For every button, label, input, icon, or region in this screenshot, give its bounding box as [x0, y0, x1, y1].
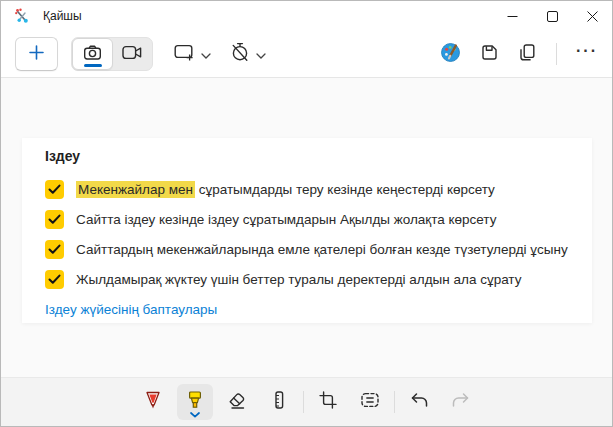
copy-button[interactable] — [518, 43, 537, 66]
editing-toolbar — [1, 377, 612, 426]
crop-icon — [318, 390, 338, 414]
crop-tool-button[interactable] — [310, 384, 346, 420]
screenshot-checkbox-row: Мекенжайлар мен сұратымдарды теру кезінд… — [45, 174, 592, 204]
video-camera-icon — [122, 45, 143, 64]
toolbar-divider — [556, 43, 557, 65]
checkbox-label: Сайтта іздеу кезінде іздеу сұратымдарын … — [76, 212, 496, 227]
minimize-button[interactable] — [492, 1, 532, 31]
screenshot-checkbox-row: Жылдамырақ жүктеу үшін беттер туралы дер… — [45, 264, 592, 294]
record-mode-button[interactable] — [113, 38, 152, 70]
capture-mode-toggle — [71, 37, 153, 71]
text-scan-icon — [360, 391, 380, 413]
highlighter-mark: Мекенжайлар мен — [76, 181, 195, 198]
text-actions-button[interactable] — [352, 384, 388, 420]
screenshot-mode-button[interactable] — [72, 38, 113, 70]
checkbox-label: Сайттардың мекенжайларында емле қателері… — [76, 242, 568, 257]
captured-screenshot-image[interactable]: Іздеу Мекенжайлар мен сұратымдарды теру … — [22, 138, 592, 323]
editing-canvas[interactable]: Іздеу Мекенжайлар мен сұратымдарды теру … — [1, 78, 612, 377]
titlebar: Қайшы — [1, 1, 612, 31]
screenshot-checkbox-row: Сайтта іздеу кезінде іздеу сұратымдарын … — [45, 204, 592, 234]
new-snip-button[interactable] — [15, 37, 58, 71]
close-button[interactable] — [572, 1, 612, 31]
checkbox-label: Жылдамырақ жүктеу үшін беттер туралы дер… — [76, 272, 521, 287]
yellow-highlighter-icon — [185, 390, 205, 414]
camera-icon — [83, 44, 102, 65]
window-controls — [492, 1, 612, 31]
highlighter-tool-button[interactable] — [177, 384, 213, 420]
pen-tool-button[interactable] — [135, 384, 171, 420]
edit-in-paint-button[interactable] — [440, 42, 461, 67]
more-options-button[interactable]: ··· — [576, 46, 598, 62]
undo-button[interactable] — [401, 384, 437, 420]
checkbox-checked-icon — [45, 180, 64, 199]
app-icon — [14, 8, 31, 25]
undo-arrow-icon — [409, 391, 429, 413]
timer-off-icon — [230, 42, 250, 66]
chevron-down-icon — [190, 412, 200, 418]
top-toolbar: ··· — [1, 31, 612, 78]
screenshot-settings-link: Іздеу жүйесінің баптаулары — [45, 302, 592, 317]
plus-icon — [29, 45, 44, 64]
window-title: Қайшы — [43, 9, 82, 23]
checkbox-checked-icon — [45, 240, 64, 259]
screenshot-heading: Іздеу — [45, 148, 592, 164]
screenshot-checkbox-row: Сайттардың мекенжайларында емле қателері… — [45, 234, 592, 264]
snipping-tool-window: Қайшы — [0, 0, 613, 427]
chevron-down-icon — [256, 45, 266, 63]
redo-arrow-icon — [451, 391, 471, 413]
maximize-button[interactable] — [532, 1, 572, 31]
checkbox-label: Мекенжайлар мен сұратымдарды теру кезінд… — [76, 182, 495, 197]
toolbar-divider — [303, 391, 304, 413]
toolbar-divider — [394, 391, 395, 413]
checkbox-checked-icon — [45, 270, 64, 289]
red-pen-icon — [143, 390, 163, 414]
rectangle-snip-icon — [174, 43, 195, 66]
save-button[interactable] — [480, 43, 499, 66]
redo-button[interactable] — [443, 384, 479, 420]
ruler-icon — [269, 390, 289, 414]
eraser-icon — [226, 390, 247, 414]
ruler-tool-button[interactable] — [261, 384, 297, 420]
eraser-tool-button[interactable] — [219, 384, 255, 420]
selected-mode-indicator — [84, 64, 102, 67]
delay-dropdown[interactable] — [230, 42, 266, 66]
chevron-down-icon — [201, 45, 211, 63]
snip-shape-dropdown[interactable] — [174, 43, 211, 66]
checkbox-checked-icon — [45, 210, 64, 229]
toolbar-right-group: ··· — [440, 42, 598, 67]
